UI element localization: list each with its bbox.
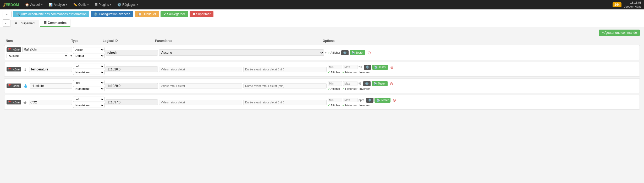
action-btns-2: ⚙️ 📡 Tester ⊖: [364, 65, 395, 70]
cmd-params-input-4b[interactable]: [243, 100, 327, 105]
navbar: J EEDOM 🏠 Accueil ▾ 📊 Analyse ▾ ✏️ Outil…: [0, 0, 644, 9]
config-btn-4[interactable]: ⚙️: [366, 98, 373, 103]
max-input-3[interactable]: [343, 81, 357, 86]
notification-badge[interactable]: 144: [613, 2, 621, 7]
add-command-button[interactable]: + Ajouter une commande: [599, 30, 640, 36]
cmd-options-inputs-row-3: % ⚙️ 📡 Tester ⊖: [328, 81, 637, 86]
config-btn-2[interactable]: ⚙️: [364, 65, 371, 70]
cmd-params-input-2a[interactable]: [159, 67, 242, 72]
cmd-type-select-2[interactable]: Info Action: [73, 64, 104, 69]
cmd-type-select-4[interactable]: Info Action: [73, 97, 104, 102]
tab-back-button[interactable]: ←: [3, 19, 10, 27]
cmd-logical-id-input-3[interactable]: [106, 83, 158, 89]
cmd-name-input-2[interactable]: [29, 67, 72, 72]
action-btns-3: ⚙️ 📡 Tester ⊖: [363, 81, 394, 86]
remove-btn-2[interactable]: ⊖: [389, 65, 395, 70]
co2-icon: ☣: [22, 100, 28, 104]
col-parametres: Paramètres: [155, 39, 323, 43]
brand-logo: J EEDOM: [3, 2, 19, 8]
cmd-name-input-1[interactable]: [22, 47, 72, 52]
cmd-options-cell-3: % ⚙️ 📡 Tester ⊖ ✔ Afficher ✔ Historiser …: [328, 81, 637, 91]
add-command-area: + Ajouter une commande: [4, 30, 640, 36]
cmd-name-input-4[interactable]: [29, 100, 72, 105]
cmd-type-select-3[interactable]: Info Action: [73, 80, 104, 85]
analyse-icon: 📊: [49, 3, 53, 7]
cmd-type-cell-3: Info Action Numérique: [73, 80, 104, 91]
antenna-icon: 📡: [351, 51, 355, 54]
auto-discover-button[interactable]: 🔍 Auto decouverte des commandes d'inform…: [13, 11, 89, 17]
cmd-params-input-3b[interactable]: [243, 83, 327, 88]
cmd-options-row-1: ✔ Afficher ⚙️ 📡 Tester ⊖: [328, 50, 637, 55]
cmd-type-select-1[interactable]: Action Info: [73, 47, 104, 52]
icon-button-4[interactable]: 🚩 Icône: [7, 100, 21, 104]
nav-reglages[interactable]: ⚙️ Réglages ▾: [115, 0, 140, 9]
back-button[interactable]: ←: [3, 11, 12, 17]
min-input-2[interactable]: [328, 65, 342, 69]
action-btns-4: ⚙️ 📡 Tester ⊖: [366, 98, 397, 103]
min-max-unit-2: °C: [328, 65, 362, 69]
max-input-2[interactable]: [343, 65, 357, 69]
advanced-config-button[interactable]: ⚙️ Configuration avancée: [91, 11, 133, 17]
cmd-type-cell-2: Info Action Numérique: [73, 64, 104, 75]
cmd-logical-id-cell-2: [106, 66, 158, 72]
cmd-logical-id-input-1[interactable]: [106, 50, 158, 56]
cmd-params-cell-4: [159, 100, 327, 105]
icon-button-1[interactable]: 🚩 Icône: [7, 47, 21, 52]
commands-icon: ☰: [44, 21, 47, 25]
cmd-subtype-select-2[interactable]: Numérique: [73, 70, 104, 75]
tab-equipement[interactable]: 🖥 Equipement: [10, 20, 39, 27]
config-btn-1[interactable]: ⚙️: [341, 50, 349, 55]
cmd-params-input-3a[interactable]: [159, 83, 242, 88]
cmd-subtype-row-1: Aucune ▾: [7, 53, 72, 58]
action-btns-1: ✔ Afficher ⚙️ 📡 Tester ⊖: [328, 50, 372, 55]
delete-icon: ✖: [192, 12, 195, 16]
cmd-options-inputs-row-4: ppm ⚙️ 📡 Tester ⊖: [328, 98, 637, 103]
nav-plugins[interactable]: ☰ Plugins ▾: [92, 0, 114, 9]
cmd-options-cell-2: °C ⚙️ 📡 Tester ⊖ ✔ Afficher ✔ Historiser…: [328, 65, 637, 74]
historiser-check-4: ✔ Historiser: [342, 104, 357, 107]
icon-button-2[interactable]: 🚩 Icône: [7, 67, 21, 71]
max-input-4[interactable]: [343, 98, 357, 102]
remove-btn-4[interactable]: ⊖: [392, 98, 397, 103]
cmd-name-cell-3: 🚩 Icône 💧: [7, 83, 72, 88]
cmd-check-row-3: ✔ Afficher ✔ Historiser Inverser: [328, 87, 637, 91]
flag-icon: 🚩: [8, 48, 12, 51]
delete-button[interactable]: ✖ Supprimer: [190, 11, 213, 17]
save-button[interactable]: ✔ Sauvegarder: [161, 11, 188, 17]
cmd-params-select-1[interactable]: Aucune: [159, 49, 324, 56]
test-btn-2[interactable]: 📡 Tester: [372, 65, 388, 70]
icon-button-3[interactable]: 🚩 Icône: [7, 84, 21, 88]
cmd-logical-id-input-4[interactable]: [106, 99, 158, 105]
tab-commandes[interactable]: ☰ Commandes: [40, 19, 70, 27]
nav-outils[interactable]: ✏️ Outils ▾: [71, 0, 91, 9]
unit-label-4: ppm: [359, 98, 364, 102]
cmd-params-input-2b[interactable]: [243, 67, 327, 72]
humidity-icon: 💧: [22, 84, 29, 88]
config-btn-3[interactable]: ⚙️: [363, 81, 371, 86]
remove-btn-3[interactable]: ⊖: [389, 81, 394, 86]
test-btn-4[interactable]: 📡 Tester: [375, 98, 390, 103]
home-icon: 🏠: [25, 3, 29, 7]
min-input-3[interactable]: [328, 81, 342, 86]
remove-btn-1[interactable]: ⊖: [366, 50, 372, 55]
test-btn-1[interactable]: 📡 Tester: [350, 50, 365, 55]
min-input-4[interactable]: [328, 98, 342, 102]
cmd-params-cell-1: Aucune ▾: [159, 49, 327, 56]
save-icon: ✔: [163, 12, 166, 16]
tabs-container: ← 🖥 Equipement ☰ Commandes: [0, 19, 644, 27]
cmd-subtype2-select-1[interactable]: Défaut: [73, 53, 104, 58]
cmd-subtype-select-1[interactable]: Aucune: [7, 53, 68, 58]
duplicate-button[interactable]: 📋 Dupliquer: [135, 11, 159, 17]
show-check-2: ✔ Afficher: [328, 71, 340, 74]
test-btn-3[interactable]: 📡 Tester: [372, 81, 388, 86]
nav-accueil[interactable]: 🏠 Accueil ▾: [23, 0, 45, 9]
cmd-params-input-4a[interactable]: [159, 100, 242, 105]
historiser-check-2: ✔ Historiser: [342, 71, 357, 74]
cmd-logical-id-cell-3: [106, 83, 158, 89]
cmd-subtype-select-4[interactable]: Numérique: [73, 103, 104, 108]
nav-analyse[interactable]: 📊 Analyse ▾: [46, 0, 70, 9]
cmd-logical-id-input-2[interactable]: [106, 66, 158, 72]
cmd-subtype-select-3[interactable]: Numérique: [73, 86, 104, 91]
toolbar: ← 🔍 Auto decouverte des commandes d'info…: [0, 9, 644, 19]
cmd-name-input-3[interactable]: [30, 83, 72, 88]
